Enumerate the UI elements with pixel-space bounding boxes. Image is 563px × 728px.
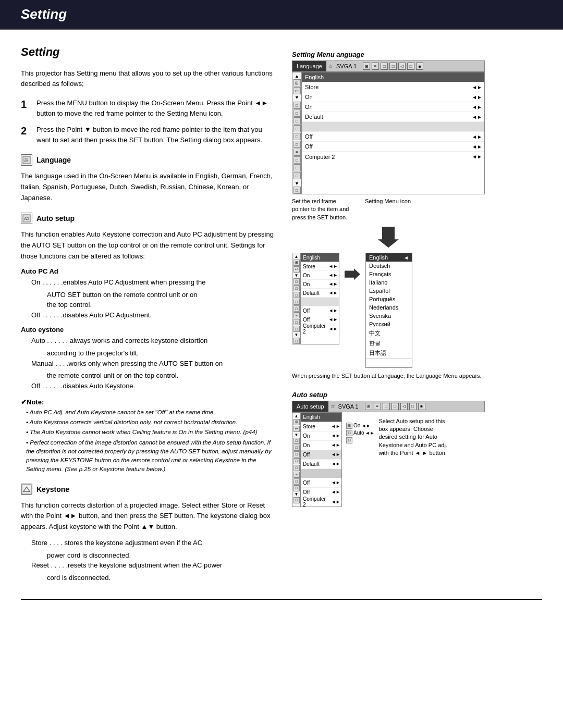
menu-icons: ⊞ ≡ □ □ ◁ □ ■ xyxy=(361,63,425,70)
auto-ks-manual-detail: the remote control unit or on the top co… xyxy=(21,371,276,381)
notes-section: ✔Note: • Auto PC Adj. and Auto Keystone … xyxy=(21,398,276,474)
step-2-text: Press the Point ▼ button to move the red… xyxy=(36,125,276,145)
auto-ks-auto: Auto . . . . . . always works and correc… xyxy=(21,336,276,347)
auto-pc-on-detail2: the top control. xyxy=(21,300,276,310)
language-list-panel: English ◄ Deutsch Français Italiano Espa… xyxy=(365,253,412,368)
section-title: Setting xyxy=(21,45,276,59)
language-icon: 語 xyxy=(21,154,32,166)
lang-svenska: Svenska xyxy=(366,312,412,320)
auto-setup-menu-icons: ⊞ ≡ □ □ ◁ □ ■ xyxy=(363,403,427,410)
main-content: Setting This projector has Setting menu … xyxy=(0,30,563,599)
keystone-reset-detail: cord is disconnected. xyxy=(21,573,276,583)
keystone-title: Keystone xyxy=(36,485,69,493)
lang-japanese: 日本語 xyxy=(366,348,412,358)
auto-setup-choose: ⊞ On ◄► □ Auto ◄► □ xyxy=(346,412,374,507)
lower-diagram-row: ▲ ⊞ ↩ ▼ □ □ □ □ □ ≡ □ □ ▼ □ xyxy=(292,253,485,368)
auto-setup-callout: Select Auto setup and this box appears. … xyxy=(378,412,451,507)
step-2: 2 Press the Point ▼ button to move the r… xyxy=(21,125,276,145)
step-1: 1 Press the MENU button to display the O… xyxy=(21,98,276,118)
keystone-reset: Reset . . . . .resets the keystone adjus… xyxy=(21,560,276,571)
lang-korean: 한글 xyxy=(366,338,412,348)
keystone-store: Store . . . . stores the keystone adjust… xyxy=(21,538,276,549)
svg-rect-4 xyxy=(22,484,31,493)
auto-keystone-heading: Auto eystone xyxy=(21,326,276,334)
header-bar: Setting xyxy=(0,0,563,30)
header-title: Setting xyxy=(21,6,67,22)
lang-russian: Русский xyxy=(366,320,412,328)
auto-setup-osd: ▲ ⊞ ↩ ▼ □ □ □ □ □ ≡ □ □ ▼ □ xyxy=(292,412,342,507)
lang-italiano: Italiano xyxy=(366,278,412,287)
auto-ks-manual: Manual . . . .works only when pressing t… xyxy=(21,359,276,369)
keystone-body: This function corrects distortion of a p… xyxy=(21,500,276,533)
auto-setup-section-header: AD Auto setup xyxy=(21,213,276,224)
svg-text:語: 語 xyxy=(25,158,29,163)
language-section-title: Language xyxy=(36,156,71,164)
intro-text: This projector has Setting menu that all… xyxy=(21,68,276,89)
osd-rows: English Store ◄► On ◄► On ◄► xyxy=(301,72,485,194)
setting-menu-diagram: Setting Menu anguage Language ☆ SVGA 1 ⊞… xyxy=(292,51,485,380)
osd-panel-2: ▲ ⊞ ↩ ▼ □ □ □ □ □ ≡ □ □ ▼ □ xyxy=(292,253,339,344)
note-2: • Auto Keystone corrects vertical distor… xyxy=(26,418,276,427)
notes-title: ✔Note: xyxy=(21,398,276,406)
lang-deutsch: Deutsch xyxy=(366,262,412,270)
note-3: • The Auto Keystone cannot work when Cei… xyxy=(26,428,276,437)
step-2-number: 2 xyxy=(21,125,31,145)
auto-setup-panel-label: Auto setup xyxy=(292,391,485,399)
keystone-icon xyxy=(21,484,32,495)
lang-nederlands: Nederlands xyxy=(366,303,412,312)
keystone-store-detail: power cord is disconnected. xyxy=(21,550,276,561)
bottom-divider xyxy=(21,599,542,600)
language-tab: Language xyxy=(292,61,326,71)
auto-ks-auto-detail: according to the projector's tilt. xyxy=(21,348,276,359)
auto-pc-off: Off . . . . . .disables Auto PC Adjustme… xyxy=(21,310,276,321)
auto-setup-title: Auto setup xyxy=(36,214,75,223)
right-column: Setting Menu anguage Language ☆ SVGA 1 ⊞… xyxy=(292,45,485,583)
lang-francais: Français xyxy=(366,270,412,278)
osd-with-nav: ▲ ⊞ ↩ ▼ □ □ □ □ □ □ ≡ □ □ □ ▼ □ xyxy=(292,72,485,194)
auto-pc-on: On . . . . . .enables Auto PC Adjustment… xyxy=(21,277,276,288)
lang-chinese: 中文 xyxy=(366,328,412,338)
note-4: • Perfect correction of the image distor… xyxy=(26,438,276,474)
callout-3: When pressing the SET button at Language… xyxy=(292,372,485,380)
lang-portugues: Português xyxy=(366,295,412,303)
auto-setup-icon: AD xyxy=(21,213,32,224)
big-right-arrow xyxy=(345,268,360,280)
auto-pc-ad-heading: Auto PC Ad xyxy=(21,267,276,275)
lang-espanol: Español xyxy=(366,287,412,295)
lang-panel: English ◄ Deutsch Français Italiano Espa… xyxy=(365,253,412,368)
language-body: The language used in the On-Screen Menu … xyxy=(21,171,276,203)
svg-text:AD: AD xyxy=(24,217,29,220)
auto-setup-icons: ⊞ On ◄► □ Auto ◄► □ xyxy=(346,423,374,443)
setting-menu-label: Setting Menu anguage xyxy=(292,51,485,58)
menu-bar-top: Language ☆ SVGA 1 ⊞ ≡ □ □ ◁ □ ■ xyxy=(292,60,485,72)
auto-setup-tab: Auto setup xyxy=(292,401,328,412)
language-section-header: 語 Language xyxy=(21,154,276,166)
keystone-section-header: Keystone xyxy=(21,484,276,495)
left-column: Setting This projector has Setting menu … xyxy=(21,45,276,583)
auto-setup-right-section: Auto setup Auto setup ☆ SVGA 1 ⊞ ≡ □ □ ◁… xyxy=(292,391,485,507)
note-1: • Auto PC Adj. and Auto Keystone cannot … xyxy=(26,408,276,417)
auto-pc-on-detail: AUTO SET button on the remote control un… xyxy=(21,290,276,300)
auto-setup-diagram: ▲ ⊞ ↩ ▼ □ □ □ □ □ ≡ □ □ ▼ □ xyxy=(292,412,485,507)
auto-setup-menu-bar: Auto setup ☆ SVGA 1 ⊞ ≡ □ □ ◁ □ ■ xyxy=(292,401,485,412)
auto-ks-off: Off . . . . . .disables Auto Keystone. xyxy=(21,381,276,392)
callout-2: Setting Menu icon xyxy=(365,198,411,221)
callout-row: Set the red frame pointer to the item an… xyxy=(292,198,485,221)
step-1-text: Press the MENU button to display the On-… xyxy=(36,98,276,118)
auto-setup-body: This function enables Auto Keystone corr… xyxy=(21,229,276,262)
big-down-arrow xyxy=(378,227,399,248)
down-arrow-container xyxy=(292,227,485,248)
callout-1: Set the red frame pointer to the item an… xyxy=(292,198,354,221)
step-1-number: 1 xyxy=(21,98,31,118)
left-nav: ▲ ⊞ ↩ ▼ □ □ □ □ □ □ ≡ □ □ □ ▼ □ xyxy=(292,72,301,194)
right-arrow-container xyxy=(345,268,360,280)
lang-english: English ◄ xyxy=(366,253,412,262)
